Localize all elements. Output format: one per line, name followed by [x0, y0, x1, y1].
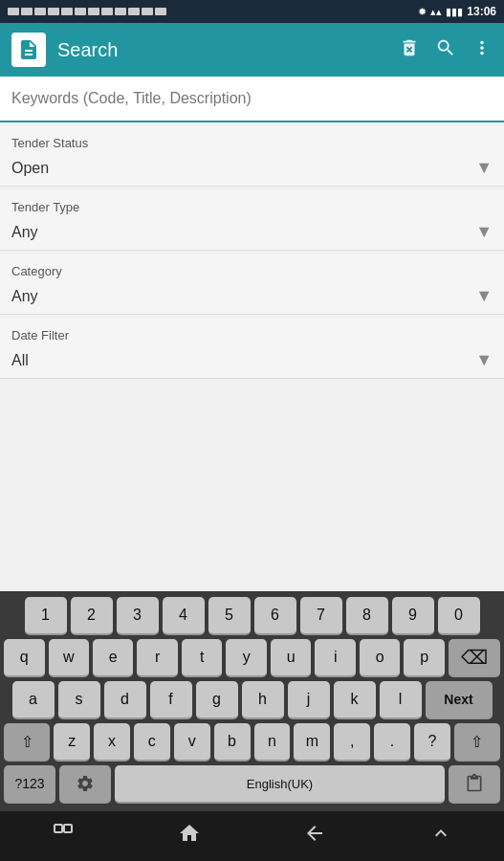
key-f[interactable]: f [150, 681, 192, 719]
wifi-icon: ▴▴ [430, 6, 442, 18]
key-a[interactable]: a [12, 681, 55, 719]
key-j[interactable]: j [288, 681, 330, 719]
app-logo [11, 33, 46, 67]
key-sym123[interactable]: ?123 [4, 765, 55, 804]
key-7[interactable]: 7 [300, 597, 342, 635]
tender-status-row[interactable]: Open ▼ [0, 152, 504, 187]
key-2[interactable]: 2 [71, 597, 113, 635]
status-time: 13:06 [467, 5, 496, 18]
key-x[interactable]: x [94, 723, 130, 762]
key-8[interactable]: 8 [346, 597, 388, 635]
battery-icon: ▮▮▮ [446, 6, 463, 18]
key-u[interactable]: u [271, 639, 311, 677]
app-bar-actions [399, 37, 493, 63]
home-icon[interactable] [178, 822, 201, 850]
key-space[interactable]: English(UK) [115, 765, 445, 804]
tender-status-arrow-icon: ▼ [475, 158, 493, 178]
key-question[interactable]: ? [414, 723, 450, 762]
key-clipboard[interactable] [449, 765, 500, 804]
status-icon-3 [34, 8, 46, 15]
key-b[interactable]: b [214, 723, 251, 762]
bluetooth-icon: ✹ [418, 6, 427, 18]
tender-status-value: Open [11, 160, 49, 177]
key-shift-right[interactable]: ⇧ [454, 723, 500, 762]
status-icon-5 [61, 8, 73, 15]
key-e[interactable]: e [93, 639, 133, 677]
status-icon-7 [88, 8, 99, 15]
status-icon-8 [101, 8, 113, 15]
keywords-input[interactable] [11, 77, 493, 121]
tender-type-value: Any [11, 224, 38, 241]
search-form: Tender Status Open ▼ Tender Type Any ▼ C… [0, 77, 504, 591]
key-1[interactable]: 1 [25, 597, 67, 635]
up-icon[interactable] [429, 822, 452, 850]
recent-apps-icon[interactable] [52, 822, 75, 850]
category-arrow-icon: ▼ [475, 286, 493, 306]
key-y[interactable]: y [226, 639, 266, 677]
tender-type-group: Tender Type Any ▼ [0, 190, 504, 251]
nav-bar [0, 811, 504, 861]
category-value: Any [11, 288, 38, 305]
date-filter-value: All [11, 352, 29, 369]
keyboard-row-bottom: ?123 English(UK) [4, 765, 500, 804]
key-9[interactable]: 9 [392, 597, 434, 635]
key-shift[interactable]: ⇧ [4, 723, 50, 762]
key-i[interactable]: i [315, 639, 355, 677]
key-0[interactable]: 0 [438, 597, 480, 635]
status-right-icons: ✹ ▴▴ ▮▮▮ 13:06 [418, 5, 496, 18]
tender-type-label: Tender Type [0, 190, 504, 216]
key-5[interactable]: 5 [208, 597, 251, 635]
key-period[interactable]: . [374, 723, 410, 762]
key-4[interactable]: 4 [163, 597, 205, 635]
search-icon[interactable] [435, 37, 456, 63]
app-bar: Search [0, 23, 504, 77]
key-w[interactable]: w [49, 639, 89, 677]
key-6[interactable]: 6 [254, 597, 296, 635]
status-icon-11 [142, 8, 153, 15]
document-icon [17, 38, 40, 61]
key-d[interactable]: d [104, 681, 146, 719]
key-3[interactable]: 3 [117, 597, 159, 635]
key-o[interactable]: o [360, 639, 400, 677]
tender-type-arrow-icon: ▼ [475, 222, 493, 242]
delete-icon[interactable] [399, 37, 420, 63]
key-q[interactable]: q [4, 639, 44, 677]
category-label: Category [0, 254, 504, 280]
status-icon-1 [8, 8, 19, 15]
tender-type-row[interactable]: Any ▼ [0, 216, 504, 251]
date-filter-group: Date Filter All ▼ [0, 319, 504, 379]
key-backspace[interactable]: ⌫ [449, 639, 500, 677]
key-g[interactable]: g [196, 681, 238, 719]
key-comma[interactable]: , [334, 723, 370, 762]
key-m[interactable]: m [294, 723, 330, 762]
next-button[interactable]: Next [426, 681, 493, 719]
key-l[interactable]: l [380, 681, 422, 719]
key-s[interactable]: s [58, 681, 100, 719]
status-icon-4 [48, 8, 59, 15]
status-left-icons [8, 8, 166, 15]
svg-rect-0 [55, 825, 62, 832]
date-filter-row[interactable]: All ▼ [0, 344, 504, 379]
keyboard: 1 2 3 4 5 6 7 8 9 0 q w e r t y u i o p … [0, 591, 504, 811]
status-icon-9 [115, 8, 126, 15]
key-r[interactable]: r [137, 639, 177, 677]
key-c[interactable]: c [134, 723, 170, 762]
keyboard-row-asdf: a s d f g h j k l Next [4, 681, 500, 719]
category-row[interactable]: Any ▼ [0, 280, 504, 315]
keywords-input-wrapper [0, 77, 504, 122]
key-settings[interactable] [59, 765, 111, 804]
key-h[interactable]: h [242, 681, 284, 719]
key-z[interactable]: z [54, 723, 90, 762]
key-k[interactable]: k [334, 681, 376, 719]
date-filter-arrow-icon: ▼ [475, 350, 493, 370]
more-icon[interactable] [471, 37, 493, 63]
key-v[interactable]: v [174, 723, 210, 762]
key-t[interactable]: t [182, 639, 222, 677]
status-icon-2 [21, 8, 33, 15]
category-group: Category Any ▼ [0, 254, 504, 315]
key-n[interactable]: n [254, 723, 291, 762]
back-icon[interactable] [303, 822, 326, 850]
page-title: Search [57, 39, 399, 61]
key-p[interactable]: p [404, 639, 444, 677]
status-icon-6 [75, 8, 86, 15]
